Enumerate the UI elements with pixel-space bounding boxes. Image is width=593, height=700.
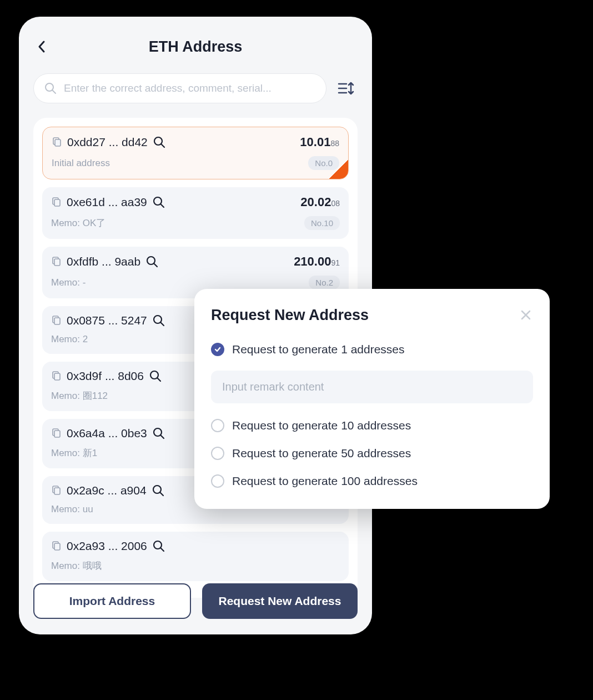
memo-text: Memo: 圈112 bbox=[51, 389, 108, 402]
address-text: 0x0875 ... 5247 bbox=[67, 314, 147, 327]
address-text: 0x2a9c ... a904 bbox=[67, 484, 147, 497]
memo-text: Memo: uu bbox=[51, 504, 93, 515]
option-label: Request to generate 1 addresses bbox=[232, 343, 405, 356]
magnify-icon[interactable] bbox=[153, 427, 165, 439]
selected-flag-icon bbox=[329, 159, 349, 179]
remark-input-box[interactable] bbox=[211, 371, 533, 403]
copy-icon[interactable] bbox=[51, 428, 61, 438]
memo-text: Memo: 2 bbox=[51, 334, 88, 345]
magnify-icon[interactable] bbox=[153, 314, 165, 327]
memo-text: Memo: - bbox=[51, 277, 86, 288]
search-row bbox=[33, 73, 358, 103]
sort-button[interactable] bbox=[334, 77, 358, 100]
magnify-icon[interactable] bbox=[153, 540, 165, 552]
svg-rect-14 bbox=[54, 373, 60, 380]
serial-badge: No.10 bbox=[304, 216, 340, 230]
search-input[interactable] bbox=[64, 82, 316, 94]
generate-option[interactable]: Request to generate 10 addresses bbox=[211, 419, 533, 432]
memo-text: Memo: 新1 bbox=[51, 447, 97, 459]
serial-badge: No.2 bbox=[309, 276, 340, 289]
address-text: 0x6a4a ... 0be3 bbox=[67, 427, 147, 440]
address-item[interactable]: 0xdd27 ... dd42 10.0188 Initial address … bbox=[42, 127, 349, 179]
svg-rect-8 bbox=[54, 259, 60, 266]
option-label: Request to generate 50 addresses bbox=[232, 447, 411, 460]
copy-icon[interactable] bbox=[51, 541, 61, 551]
copy-icon[interactable] bbox=[51, 257, 61, 267]
footer-buttons: Import Address Request New Address bbox=[33, 583, 358, 619]
radio-icon bbox=[211, 343, 224, 356]
balance-value: 210.0091 bbox=[294, 254, 340, 269]
magnify-icon[interactable] bbox=[153, 136, 165, 148]
address-text: 0x2a93 ... 2006 bbox=[67, 539, 147, 553]
svg-rect-23 bbox=[54, 543, 60, 550]
radio-icon bbox=[211, 419, 224, 432]
magnify-icon[interactable] bbox=[152, 484, 164, 497]
address-item[interactable]: 0xe61d ... aa39 20.0208 Memo: OK了 No.10 bbox=[42, 187, 349, 239]
modal-title: Request New Address bbox=[211, 307, 520, 324]
svg-rect-2 bbox=[55, 139, 61, 146]
copy-icon[interactable] bbox=[51, 316, 61, 326]
modal-close-button[interactable] bbox=[520, 309, 533, 322]
generate-option[interactable]: Request to generate 50 addresses bbox=[211, 447, 533, 460]
option-label: Request to generate 10 addresses bbox=[232, 419, 411, 432]
request-new-address-modal: Request New Address Request to generate … bbox=[194, 289, 550, 509]
import-address-button[interactable]: Import Address bbox=[33, 583, 191, 619]
copy-icon[interactable] bbox=[51, 371, 61, 381]
generate-option[interactable]: Request to generate 100 addresses bbox=[211, 474, 533, 488]
search-box[interactable] bbox=[33, 73, 326, 103]
balance-value: 10.0188 bbox=[300, 135, 339, 149]
copy-icon[interactable] bbox=[51, 197, 61, 207]
memo-text: Memo: OK了 bbox=[51, 217, 105, 229]
close-icon bbox=[520, 309, 532, 321]
header: ETH Address bbox=[33, 30, 358, 63]
address-text: 0xfdfb ... 9aab bbox=[67, 255, 140, 268]
svg-rect-17 bbox=[54, 431, 60, 437]
memo-text: Initial address bbox=[52, 158, 110, 169]
svg-rect-11 bbox=[54, 318, 60, 324]
modal-options: Request to generate 1 addresses Request … bbox=[211, 343, 533, 488]
address-text: 0xdd27 ... dd42 bbox=[67, 136, 148, 149]
svg-rect-20 bbox=[54, 488, 60, 494]
option-label: Request to generate 100 addresses bbox=[232, 474, 418, 488]
remark-input[interactable] bbox=[222, 381, 522, 393]
sort-icon bbox=[338, 81, 354, 96]
magnify-icon[interactable] bbox=[153, 196, 165, 208]
radio-icon bbox=[211, 447, 224, 460]
request-new-address-button[interactable]: Request New Address bbox=[202, 583, 358, 619]
address-item[interactable]: 0x2a93 ... 2006 Memo: 哦哦 bbox=[42, 532, 349, 581]
magnify-icon[interactable] bbox=[149, 370, 162, 382]
generate-option[interactable]: Request to generate 1 addresses bbox=[211, 343, 533, 356]
address-text: 0x3d9f ... 8d06 bbox=[67, 369, 144, 383]
copy-icon[interactable] bbox=[51, 486, 61, 496]
search-icon bbox=[44, 82, 57, 95]
memo-text: Memo: 哦哦 bbox=[51, 559, 102, 572]
copy-icon[interactable] bbox=[52, 137, 62, 147]
magnify-icon[interactable] bbox=[146, 256, 158, 268]
page-title: ETH Address bbox=[33, 38, 358, 56]
modal-header: Request New Address bbox=[211, 307, 533, 324]
balance-value: 20.0208 bbox=[300, 195, 340, 209]
radio-icon bbox=[211, 474, 224, 488]
svg-rect-5 bbox=[54, 199, 60, 206]
address-text: 0xe61d ... aa39 bbox=[67, 196, 147, 209]
